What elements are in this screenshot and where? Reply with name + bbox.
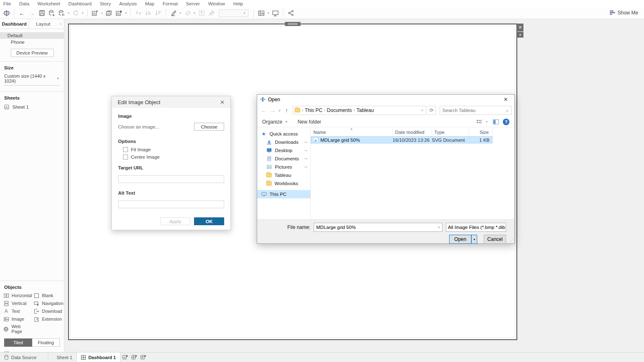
redo-icon[interactable]: → [27, 8, 37, 18]
nav-back-icon[interactable]: ← [260, 107, 268, 114]
fit-selector[interactable]: ▾ [219, 10, 249, 17]
column-size[interactable]: Size [469, 128, 492, 136]
file-type-filter[interactable]: All Image Files (*.bmp *.dib *.er ∨ [446, 223, 506, 232]
breadcrumb-caret-icon[interactable]: ∨ [420, 109, 424, 112]
nav-quick-access[interactable]: ★ Quick access [257, 130, 310, 138]
share-workbook-icon[interactable] [286, 8, 296, 18]
new-story-tab-icon[interactable] [139, 352, 148, 362]
zone-menu-caret-icon[interactable]: ▼ [517, 32, 523, 38]
nav-tableau-folder[interactable]: Tableau [257, 171, 310, 179]
data-source-tab[interactable]: Data Source [0, 352, 48, 362]
organize-button[interactable]: Organize ▾ [262, 119, 289, 125]
object-download[interactable]: Download [33, 308, 64, 314]
choose-button[interactable]: Choose [194, 123, 224, 131]
run-update-caret[interactable]: ▾ [80, 12, 85, 15]
resize-grip[interactable]: ⋰ [510, 238, 514, 243]
nav-forward-icon[interactable]: → [269, 107, 276, 114]
object-navigation[interactable]: Navigation [33, 300, 64, 307]
tiled-button[interactable]: Tiled [4, 338, 32, 347]
pause-auto-updates-caret[interactable]: ▾ [66, 12, 71, 15]
show-mark-labels-icon[interactable] [197, 8, 206, 18]
zone-remove-icon[interactable]: ✕ [517, 24, 523, 31]
menu-data[interactable]: Data [19, 1, 29, 6]
column-date-modified[interactable]: Date modified [393, 128, 432, 136]
object-vertical[interactable]: Vertical [2, 300, 33, 307]
device-preview-button[interactable]: Device Preview [11, 49, 54, 57]
floating-button[interactable]: Floating [32, 338, 60, 347]
menu-window[interactable]: Window [208, 1, 225, 6]
centre-image-option[interactable]: Centre Image [123, 155, 224, 160]
highlight-icon[interactable] [168, 8, 178, 18]
object-horizontal[interactable]: Horizontal [2, 292, 33, 299]
ok-button[interactable]: OK [194, 217, 224, 225]
object-image[interactable]: Image [2, 316, 33, 322]
file-name-caret-icon[interactable]: ∨ [436, 226, 442, 229]
view-mode-button[interactable]: ▾ [477, 119, 489, 124]
tab-layout[interactable]: Layout [29, 19, 57, 29]
sort-ascending-icon[interactable] [143, 8, 153, 18]
open-button[interactable]: Open [449, 235, 471, 244]
menu-server[interactable]: Server [186, 1, 200, 6]
nav-downloads[interactable]: Downloads ⤳ [257, 138, 310, 146]
preview-pane-button[interactable] [493, 119, 499, 124]
show-hide-cards-icon[interactable] [256, 8, 266, 18]
cancel-button[interactable]: Cancel [484, 235, 506, 244]
column-type[interactable]: Type [432, 128, 469, 136]
fix-axes-icon[interactable] [206, 8, 216, 18]
nav-history-caret-icon[interactable]: ∨ [278, 109, 282, 112]
group-members-caret[interactable]: ▾ [192, 12, 197, 15]
file-row[interactable]: e MDLarge grid 50% 16/10/2023 13:26 SVG … [311, 136, 492, 143]
show-me-button[interactable]: Show Me [610, 10, 638, 16]
menu-help[interactable]: Help [233, 1, 243, 6]
menu-worksheet[interactable]: Worksheet [38, 1, 60, 6]
clear-sheet-icon[interactable] [114, 8, 124, 18]
menu-analysis[interactable]: Analysis [119, 1, 137, 6]
zone-drag-handle[interactable] [285, 22, 301, 26]
sheet-list-item[interactable]: Sheet 1 [0, 103, 64, 111]
size-dropdown[interactable]: Custom size (1440 x 1024) ▾ [4, 73, 60, 86]
breadcrumb-documents[interactable]: Documents [327, 107, 352, 113]
open-dialog-close-icon[interactable]: ✕ [500, 96, 511, 102]
new-data-source-icon[interactable] [47, 8, 57, 18]
fit-image-option[interactable]: Fit Image [123, 147, 224, 152]
nav-documents[interactable]: Documents ⤳ [257, 155, 310, 163]
menu-format[interactable]: Format [163, 1, 178, 6]
highlight-caret[interactable]: ▾ [178, 12, 182, 15]
target-url-input[interactable] [118, 175, 224, 183]
presentation-mode-icon[interactable] [270, 8, 280, 18]
menu-dashboard[interactable]: Dashboard [69, 1, 92, 6]
sheet1-tab[interactable]: Sheet 1 [52, 352, 76, 362]
breadcrumb-tableau[interactable]: Tableau [357, 107, 374, 113]
file-name-input[interactable] [314, 225, 436, 230]
help-icon[interactable]: ? [503, 119, 509, 125]
new-folder-button[interactable]: New folder [298, 119, 321, 125]
run-update-icon[interactable] [71, 8, 80, 18]
group-members-icon[interactable] [182, 8, 192, 18]
undo-icon[interactable]: ← [17, 8, 27, 18]
clear-sheet-caret[interactable]: ▾ [124, 12, 128, 15]
nav-this-pc[interactable]: This PC [257, 190, 310, 198]
new-worksheet-caret[interactable]: ▾ [100, 12, 104, 15]
menu-file[interactable]: File [3, 1, 11, 6]
swap-rows-columns-icon[interactable] [133, 8, 143, 18]
new-dashboard-tab-icon[interactable] [130, 352, 139, 362]
breadcrumb[interactable]: › This PC › Documents › Tableau ∨ [293, 106, 426, 115]
sidebar-collapse-icon[interactable]: ‹ [57, 19, 64, 29]
tab-dashboard[interactable]: Dashboard [0, 19, 29, 29]
save-icon[interactable] [37, 8, 47, 18]
search-input[interactable] [443, 108, 506, 113]
nav-up-icon[interactable]: ↑ [283, 107, 290, 114]
menu-story[interactable]: Story [100, 1, 111, 6]
new-worksheet-tab-icon[interactable] [121, 352, 130, 362]
centre-image-checkbox[interactable] [123, 155, 128, 160]
new-worksheet-icon[interactable] [90, 8, 100, 18]
dashboard1-tab[interactable]: Dashboard 1 [76, 352, 121, 362]
object-extension[interactable]: Extension [33, 316, 64, 322]
alt-text-input[interactable] [118, 200, 224, 208]
column-name[interactable]: Name ∧ [311, 128, 393, 136]
apply-button[interactable]: Apply [160, 217, 190, 225]
nav-workbooks-folder[interactable]: Workbooks [257, 179, 310, 188]
open-button-caret-icon[interactable]: ▼ [471, 235, 477, 244]
show-hide-cards-caret[interactable]: ▾ [266, 12, 270, 15]
device-default-item[interactable]: Default [0, 32, 64, 39]
